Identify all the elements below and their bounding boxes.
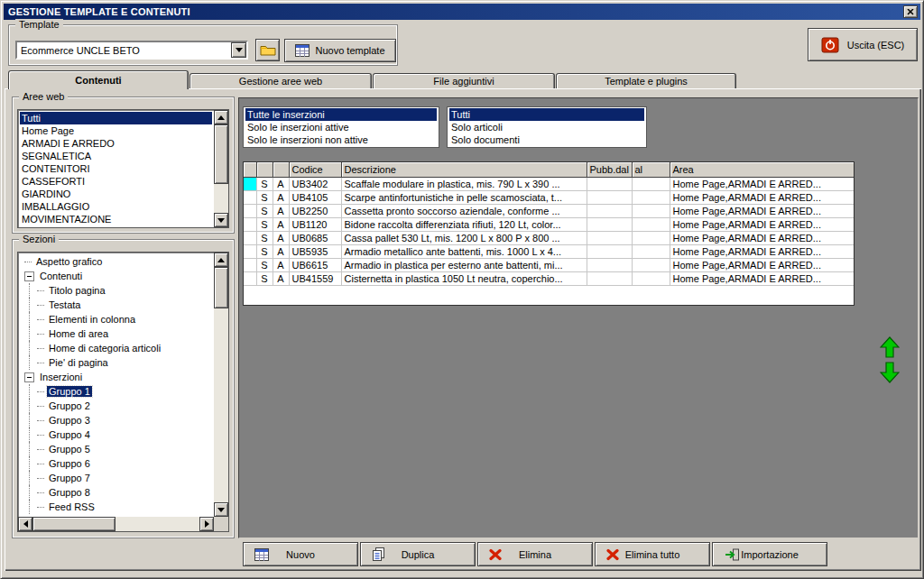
scroll-left-button[interactable]: [18, 517, 32, 531]
row-selector-cell[interactable]: [244, 231, 256, 244]
tab-contenuti[interactable]: Contenuti: [8, 70, 189, 89]
exit-button[interactable]: Uscita (ESC): [808, 28, 918, 61]
tree-item[interactable]: Pie' di pagina: [20, 355, 212, 370]
column-header-pubb-dal[interactable]: Pubb.dal: [587, 162, 632, 177]
row-selector-cell[interactable]: [244, 204, 256, 217]
title-bar[interactable]: GESTIONE TEMPLATE E CONTENUTI: [4, 4, 920, 20]
table-row[interactable]: S A UB6615 Armadio in plastica per ester…: [244, 258, 854, 271]
column-header-descrizione[interactable]: Descrizione: [341, 162, 587, 177]
table-row[interactable]: S A UB5935 Armadio metallico ante batten…: [244, 244, 854, 258]
scroll-down-button[interactable]: [214, 213, 228, 227]
aree-web-item[interactable]: ARMADI E ARREDO: [20, 137, 212, 150]
filter-tipo-option[interactable]: Solo documenti: [449, 133, 644, 146]
aree-web-item[interactable]: Home Page: [20, 124, 212, 137]
row-selector-cell[interactable]: [244, 244, 256, 258]
sezioni-vertical-scrollbar[interactable]: [214, 253, 228, 517]
tree-expander-icon[interactable]: [24, 372, 34, 382]
scroll-right-icon: [205, 520, 209, 528]
tree-item[interactable]: Gruppo 8: [20, 485, 212, 500]
tab-gestione-aree-web[interactable]: Gestione aree web: [189, 73, 372, 88]
scroll-left-icon: [23, 520, 28, 528]
column-header-a[interactable]: [273, 162, 289, 177]
nuovo-button[interactable]: Nuovo: [243, 542, 358, 566]
template-combobox-value: Ecommerce UNCLE BETO: [17, 45, 231, 56]
column-header-codice[interactable]: Codice: [289, 162, 341, 177]
tree-item[interactable]: Titolo pagina: [20, 283, 212, 298]
aree-web-item[interactable]: IMBALLAGGIO: [20, 200, 212, 213]
scroll-right-button[interactable]: [199, 517, 214, 531]
column-header-area[interactable]: Area: [670, 162, 854, 177]
filter-tipo-option[interactable]: Solo articoli: [449, 121, 644, 133]
table-row[interactable]: S A UB0685 Cassa pallet 530 Lt, mis. 120…: [244, 231, 854, 244]
new-template-button[interactable]: Nuovo template: [284, 39, 396, 62]
column-header-s[interactable]: [256, 162, 273, 177]
move-up-button[interactable]: [880, 336, 900, 360]
cell-al: [632, 190, 670, 204]
filter-tipo-option[interactable]: Tutti: [449, 108, 644, 121]
tree-connector: [37, 305, 44, 306]
table-row[interactable]: S A UB4105 Scarpe antinfortunistiche in …: [244, 190, 854, 204]
close-button[interactable]: [903, 5, 918, 18]
tree-item[interactable]: Elementi in colonna: [20, 312, 212, 326]
tree-item[interactable]: Gruppo 4: [20, 427, 212, 442]
tree-item[interactable]: Gruppo 1: [20, 384, 212, 399]
tree-connector: [37, 464, 44, 464]
aree-web-item[interactable]: SEGNALETICA: [20, 150, 212, 162]
scroll-down-button[interactable]: [214, 502, 228, 517]
row-selector-cell[interactable]: [244, 217, 256, 231]
column-header-al[interactable]: al: [632, 162, 670, 177]
scroll-up-button[interactable]: [214, 110, 228, 124]
tree-item[interactable]: Gruppo 7: [20, 471, 212, 485]
combo-dropdown-button[interactable]: [231, 42, 246, 58]
aree-web-item[interactable]: GIARDINO: [20, 188, 212, 200]
tab-file-aggiuntivi[interactable]: File aggiuntivi: [373, 73, 555, 88]
tree-item[interactable]: Inserzioni: [20, 370, 212, 384]
duplica-button[interactable]: Duplica: [360, 542, 476, 566]
cell-al: [632, 244, 670, 258]
table-row[interactable]: S A UB1120 Bidone raccolta differenziata…: [244, 217, 854, 231]
cell-al: [632, 271, 670, 285]
tree-item[interactable]: Home di categoria articoli: [20, 341, 212, 355]
aree-web-item[interactable]: MOVIMENTAZIONE: [20, 213, 212, 225]
tree-item[interactable]: Testata: [20, 298, 212, 312]
scroll-up-button[interactable]: [214, 253, 228, 267]
tree-item-label: Gruppo 7: [47, 473, 92, 483]
elimina-tutto-button[interactable]: Elimina tutto: [595, 542, 710, 566]
tab-template-e-plugins[interactable]: Template e plugins: [556, 73, 736, 88]
scrollbar-thumb[interactable]: [214, 124, 228, 184]
column-header-selector[interactable]: [244, 162, 256, 177]
tree-item[interactable]: Feed RSS: [20, 500, 212, 514]
tree-item[interactable]: Contenuti: [20, 269, 212, 283]
move-down-button[interactable]: [880, 362, 900, 385]
tree-item[interactable]: Gruppo 5: [20, 442, 212, 456]
aree-web-item[interactable]: CASSEFORTI: [20, 175, 212, 188]
importazione-button[interactable]: Importazione: [712, 542, 827, 566]
aree-web-item[interactable]: CONTENITORI: [20, 162, 212, 175]
table-row[interactable]: S A UB41559 Cisternetta in plastica 1050…: [244, 271, 854, 285]
scrollbar-thumb[interactable]: [214, 267, 228, 308]
row-selector-cell[interactable]: [244, 177, 256, 190]
row-selector-cell[interactable]: [244, 190, 256, 204]
filter-inserzioni-option[interactable]: Solo le inserzioni non attive: [245, 133, 437, 146]
cell-area: Home Page,ARMADI E ARRED...: [670, 190, 854, 204]
sezioni-horizontal-scrollbar[interactable]: [18, 517, 214, 531]
row-selector-cell[interactable]: [244, 258, 256, 271]
aree-web-item[interactable]: Tutti: [20, 112, 212, 124]
row-selector-cell[interactable]: [244, 271, 256, 285]
tree-item[interactable]: Aspetto grafico: [20, 254, 212, 269]
cell-s: S: [256, 190, 273, 204]
template-combobox[interactable]: Ecommerce UNCLE BETO: [15, 41, 248, 60]
tree-item[interactable]: Gruppo 2: [20, 399, 212, 413]
aree-web-scrollbar[interactable]: [214, 110, 228, 227]
tree-item[interactable]: Gruppo 6: [20, 456, 212, 471]
filter-inserzioni-option[interactable]: Tutte le inserzioni: [245, 108, 437, 121]
tree-item[interactable]: Gruppo 3: [20, 413, 212, 427]
tree-item[interactable]: Home di area: [20, 326, 212, 341]
table-row[interactable]: S A UB2250 Cassetta pronto soccorso azie…: [244, 204, 854, 217]
scrollbar-thumb[interactable]: [32, 517, 116, 531]
tree-expander-icon[interactable]: [24, 271, 34, 281]
table-row[interactable]: S A UB3402 Scaffale modulare in plastica…: [244, 177, 854, 190]
elimina-button[interactable]: Elimina: [477, 542, 593, 566]
open-template-folder-button[interactable]: [255, 39, 280, 61]
filter-inserzioni-option[interactable]: Solo le inserzioni attive: [245, 121, 437, 133]
